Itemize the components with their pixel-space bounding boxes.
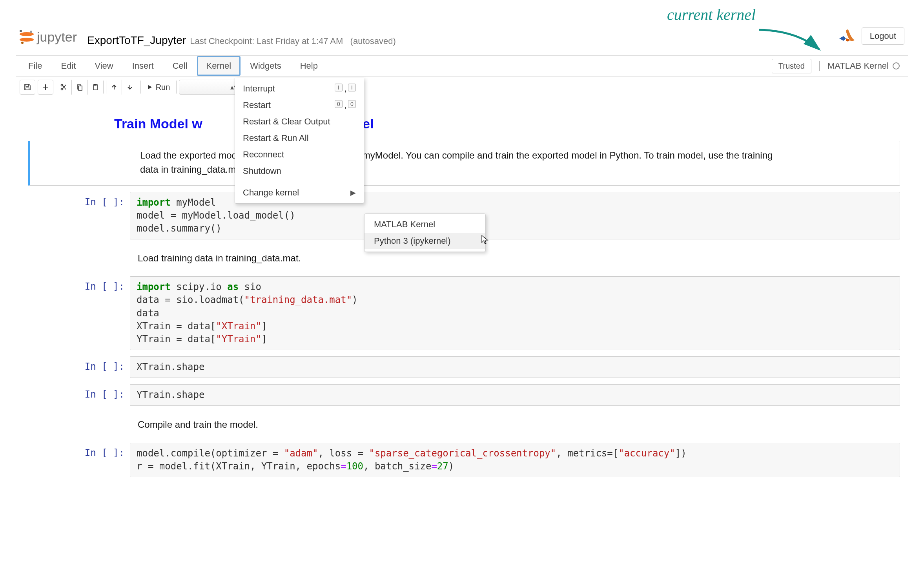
move-up-button[interactable] [106, 80, 122, 95]
arrow-down-icon [127, 84, 133, 90]
cell-type-select[interactable]: ▴▾ [179, 80, 242, 95]
arrow-up-icon [111, 84, 117, 90]
menu-file[interactable]: File [19, 56, 51, 76]
code-input-4[interactable]: YTrain.shape [130, 384, 900, 406]
scissors-icon [60, 84, 67, 91]
add-cell-button[interactable] [38, 80, 53, 95]
svg-rect-5 [94, 84, 97, 86]
save-icon [24, 84, 31, 91]
notebook-title[interactable]: ExportToTF_Jupyter [87, 34, 186, 47]
code-cell-3[interactable]: In [ ]: XTrain.shape [24, 356, 900, 378]
markdown-cell-3[interactable]: Compile and train the model. [138, 410, 900, 436]
paste-button[interactable] [87, 80, 103, 95]
copy-icon [76, 84, 83, 91]
run-button-label: Run [156, 83, 170, 92]
kernel-status-icon [893, 62, 900, 69]
paste-icon [92, 84, 99, 91]
menubar: File Edit View Insert Cell Kernel Widget… [16, 55, 908, 77]
kernel-menu-reconnect[interactable]: Reconnect [235, 146, 364, 163]
annotation-arrow [757, 27, 824, 54]
menu-help[interactable]: Help [291, 56, 327, 76]
kernel-indicator-label: MATLAB Kernel [827, 61, 889, 71]
jupyter-logo[interactable]: jupyter [20, 29, 77, 45]
kernel-option-matlab[interactable]: MATLAB Kernel [364, 216, 485, 233]
menu-cell[interactable]: Cell [163, 56, 197, 76]
toolbar: Run ▴▾ [16, 77, 908, 98]
kernel-menu-shutdown[interactable]: Shutdown [235, 163, 364, 179]
code-cell-4[interactable]: In [ ]: YTrain.shape [24, 384, 900, 406]
save-button[interactable] [20, 80, 35, 95]
svg-rect-3 [78, 86, 82, 90]
kernel-menu-dropdown: Interrupt I,I Restart 0,0 Restart & Clea… [235, 78, 364, 204]
cell-prompt: In [ ]: [24, 384, 130, 406]
copy-button[interactable] [72, 80, 87, 95]
code-input-5[interactable]: model.compile(optimizer = "adam", loss =… [130, 443, 900, 477]
code-input-2[interactable]: import scipy.io as sio data = sio.loadma… [130, 276, 900, 350]
matlab-kernel-icon [838, 28, 855, 44]
menu-view[interactable]: View [85, 56, 122, 76]
move-down-button[interactable] [122, 80, 138, 95]
cell-prompt: In [ ]: [24, 192, 130, 239]
menu-separator [235, 182, 364, 182]
checkpoint-label: Last Checkpoint: Last Friday at 1:47 AM … [190, 36, 396, 46]
kernel-menu-restart-run-all[interactable]: Restart & Run All [235, 130, 364, 146]
menu-widgets[interactable]: Widgets [241, 56, 290, 76]
play-icon [147, 84, 153, 90]
kernel-menu-restart[interactable]: Restart 0,0 [235, 97, 364, 113]
cursor-icon [480, 235, 490, 248]
kernel-menu-change-kernel[interactable]: Change kernel ▶ [235, 184, 364, 201]
jupyter-wordmark: jupyter [37, 29, 77, 45]
chevron-right-icon: ▶ [350, 188, 356, 197]
menu-insert[interactable]: Insert [123, 56, 163, 76]
markdown-cell-1[interactable]: Load the exported modxxxxxxxxxxxxxxxxxxx… [28, 141, 900, 186]
logout-button[interactable]: Logout [862, 27, 904, 45]
shortcut-interrupt: I,I [335, 84, 356, 94]
cell-prompt: In [ ]: [24, 443, 130, 477]
kernel-indicator[interactable]: MATLAB Kernel [819, 61, 900, 71]
cell-prompt: In [ ]: [24, 276, 130, 350]
kernel-option-python3[interactable]: Python 3 (ipykernel) [364, 233, 485, 249]
plus-icon [42, 84, 49, 91]
change-kernel-submenu: MATLAB Kernel Python 3 (ipykernel) [364, 214, 486, 252]
markdown-heading: Train Model wXXXXXXXXXXXXXXXXXXel [114, 116, 900, 131]
code-cell-2[interactable]: In [ ]: import scipy.io as sio data = si… [24, 276, 900, 350]
run-button[interactable]: Run [141, 80, 176, 95]
cut-button[interactable] [56, 80, 72, 95]
markdown-cell-2[interactable]: Load training data in training_data.mat. [138, 243, 900, 270]
code-cell-5[interactable]: In [ ]: model.compile(optimizer = "adam"… [24, 443, 900, 477]
code-input-3[interactable]: XTrain.shape [130, 356, 900, 378]
kernel-menu-interrupt[interactable]: Interrupt I,I [235, 80, 364, 97]
menu-edit[interactable]: Edit [51, 56, 85, 76]
jupyter-icon [20, 30, 34, 44]
notebook-body: Train Model wXXXXXXXXXXXXXXXXXXel Load t… [16, 98, 908, 497]
shortcut-restart: 0,0 [335, 100, 356, 110]
kernel-menu-restart-clear[interactable]: Restart & Clear Output [235, 113, 364, 130]
menu-kernel[interactable]: Kernel [197, 56, 241, 76]
cell-prompt: In [ ]: [24, 356, 130, 378]
trusted-badge[interactable]: Trusted [772, 59, 811, 73]
